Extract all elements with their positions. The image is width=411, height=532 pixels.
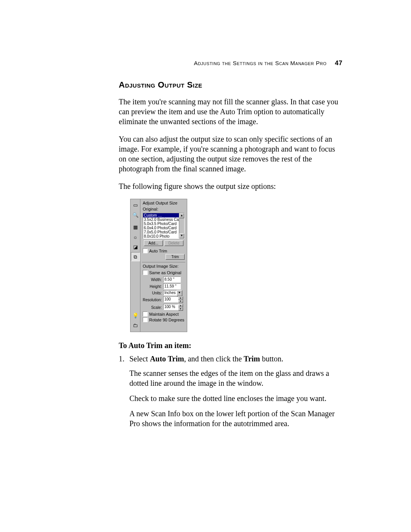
followup-para: Check to make sure the dotted line enclo… [129,393,343,403]
original-size-listbox[interactable]: Custom … 3.5x2.0 Business Card 5.0x3.5 P… [143,213,185,239]
same-as-original-checkbox[interactable] [143,270,148,275]
step-text: Select Auto Trim, and then click the Tri… [129,354,283,364]
figure-caption-para: The following figure shows the output si… [119,181,343,191]
output-size-figure: ▭ 🔍 ▦ ☼ ◪ ⧉ 💡 🗀 Adjust Output Size Origi… [130,199,343,332]
list-item[interactable]: 8.0x10.0 Photo [143,234,184,238]
maintain-aspect-checkbox[interactable] [143,312,148,316]
resolution-label: Resolution: [143,298,162,302]
spin-down-icon[interactable]: ▼ [178,307,183,311]
original-label: Original: [143,207,185,211]
output-image-size-label: Output Image Size: [143,264,185,268]
left-toolstrip: ▭ 🔍 ▦ ☼ ◪ ⧉ 💡 🗀 [130,199,140,332]
adjust-output-size-sheet: Adjust Output Size Original: Custom … 3.… [140,199,187,332]
scroll-down-icon[interactable]: ▼ [179,233,184,238]
delete-button[interactable]: Delete [164,240,183,246]
auto-trim-checkbox[interactable] [143,248,148,253]
height-label: Height: [143,284,162,289]
width-field[interactable]: 8.50 '' [163,276,181,283]
step-followups: The scanner senses the edges of the item… [129,368,343,428]
zoom-tool-icon[interactable]: 🔍 [131,210,140,219]
page-number: 47 [335,59,342,67]
list-item[interactable]: 6.0x4.0 Photo/Card [143,226,184,230]
listbox-scrollbar[interactable]: ▲ ▼ [179,213,184,238]
spin-up-icon[interactable]: ▲ [178,296,183,300]
divider [142,262,185,262]
grid-tool-icon[interactable]: ▦ [131,222,140,232]
body-column: Adjusting Output Size The item you're sc… [119,80,343,434]
step-1: 1. Select Auto Trim, and then click the … [119,354,343,364]
scale-label: Scale: [143,305,162,310]
scroll-up-icon[interactable]: ▲ [179,213,184,218]
spin-up-icon[interactable]: ▲ [178,304,183,307]
list-item[interactable]: 5.0x3.5 Photo/Card [143,222,184,226]
section-title: Adjusting Output Size [119,80,343,90]
running-head-text: Adjusting the Settings in the Scan Manag… [194,60,327,66]
height-field[interactable]: 11.59 '' [163,283,181,289]
resolution-value[interactable]: 100 [163,296,178,302]
levels-tool-icon[interactable]: ◪ [131,242,140,251]
list-item[interactable]: Custom … [143,213,184,217]
list-item[interactable]: 7.0x5.0 Photo/Card [143,230,184,234]
prefs-tool-icon[interactable]: 🗀 [131,321,140,330]
intro-para-2: You can also adjust the output size to s… [119,134,343,174]
list-item[interactable]: 8.5x11.0 US Letter [143,238,184,239]
panel-title: Adjust Output Size [143,201,185,205]
scan-manager-panel: ▭ 🔍 ▦ ☼ ◪ ⧉ 💡 🗀 Adjust Output Size Origi… [130,199,343,332]
resolution-stepper[interactable]: 100 ▲ ▼ [163,296,183,303]
crop-tool-icon[interactable]: ▭ [131,200,140,209]
rotate-90-label: Rotate 90 Degrees [149,318,184,322]
intro-para-1: The item you're scanning may not fill th… [119,97,343,126]
spin-down-icon[interactable]: ▼ [178,300,183,303]
scale-value[interactable]: 100 % [163,304,178,310]
step-number: 1. [119,354,129,364]
followup-para: The scanner senses the edges of the item… [129,368,343,388]
rotate-90-checkbox[interactable] [143,317,148,322]
procedure-subhead: To Auto Trim an item: [119,341,343,350]
same-as-original-label: Same as Original [149,270,181,275]
trim-button[interactable]: Trim [166,254,185,260]
chevron-down-icon[interactable]: ▼ [177,290,182,296]
help-tool-icon[interactable]: 💡 [131,311,140,320]
running-header: Adjusting the Settings in the Scan Manag… [194,59,342,67]
output-size-tool-icon[interactable]: ⧉ [131,252,140,261]
add-button[interactable]: Add... [144,240,163,246]
auto-trim-label: Auto Trim [149,249,167,253]
units-label: Units: [143,291,162,295]
scale-stepper[interactable]: 100 % ▲ ▼ [163,304,183,311]
followup-para: A new Scan Info box on the lower left po… [129,409,343,428]
units-combobox[interactable]: Inches ▼ [163,290,182,296]
list-item[interactable]: 3.5x2.0 Business Card [143,217,184,222]
width-label: Width: [143,278,162,282]
brightness-tool-icon[interactable]: ☼ [131,232,140,241]
maintain-aspect-label: Maintain Aspect [149,312,179,316]
